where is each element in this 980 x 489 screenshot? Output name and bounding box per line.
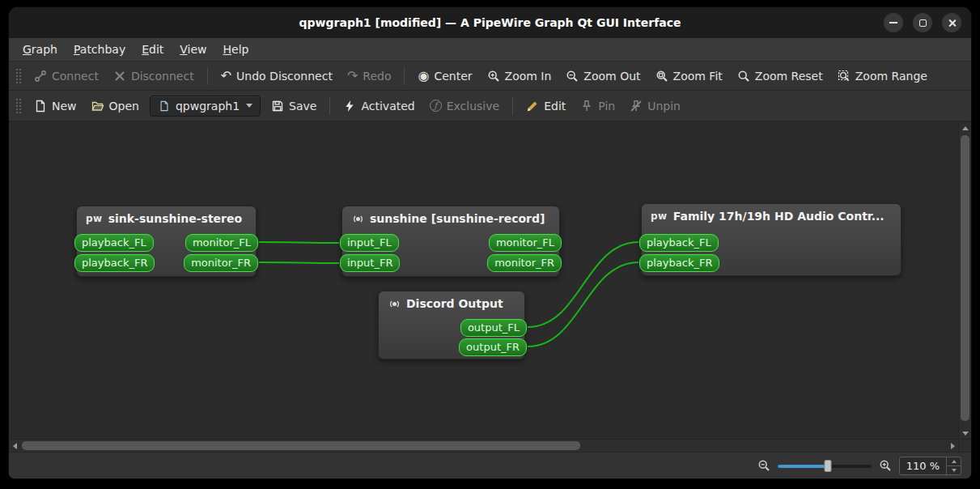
center-button[interactable]: ◉ Center <box>410 66 479 87</box>
arrow-left-icon <box>13 443 17 449</box>
toolbar-patchbay: New Open qpwgraph1 Save Act <box>9 91 971 121</box>
scroll-left-arrow[interactable] <box>9 440 20 452</box>
port-output[interactable]: output_FR <box>459 338 527 356</box>
toolbar-handle[interactable] <box>15 68 21 84</box>
redo-icon: ↷ <box>347 70 358 83</box>
node-title: sunshine [sunshine-record] <box>342 206 559 228</box>
zoom-reset-button[interactable]: Zoom Reset <box>730 66 830 87</box>
zoom-out-icon[interactable] <box>757 459 770 472</box>
maximize-button[interactable] <box>913 13 932 32</box>
new-file-icon <box>34 100 47 113</box>
graph-canvas[interactable]: pw sink-sunshine-stereo playback_FL play… <box>9 122 958 439</box>
zoom-slider[interactable] <box>778 460 872 472</box>
disconnect-button[interactable]: Disconnect <box>106 66 202 87</box>
port-input[interactable]: playback_FL <box>639 234 719 252</box>
zoom-in-button[interactable]: Zoom In <box>480 66 559 87</box>
scroll-up-arrow[interactable] <box>959 122 972 134</box>
port-output[interactable]: output_FL <box>460 319 527 337</box>
toolbar-separator <box>207 67 208 85</box>
pipewire-icon: pw <box>651 210 668 222</box>
pin-icon <box>580 100 593 113</box>
zoom-fit-button[interactable]: Zoom Fit <box>648 66 730 87</box>
maximize-icon <box>919 19 927 27</box>
arrow-up-icon <box>952 460 957 463</box>
port-input[interactable]: input_FR <box>340 254 400 272</box>
save-button[interactable]: Save <box>264 96 324 117</box>
open-folder-icon <box>91 100 104 113</box>
save-icon <box>271 100 284 113</box>
scroll-right-arrow[interactable] <box>947 440 958 452</box>
scroll-down-arrow[interactable] <box>959 427 972 439</box>
port-output[interactable]: monitor_FR <box>487 254 562 272</box>
vertical-scrollbar-thumb[interactable] <box>961 135 969 421</box>
menu-help[interactable]: Help <box>216 40 257 58</box>
port-input[interactable]: playback_FR <box>639 254 719 272</box>
zoom-spinbox[interactable]: 110 % <box>899 457 961 475</box>
connection-edges <box>9 122 958 439</box>
connection-edge[interactable] <box>259 242 339 243</box>
connection-edge[interactable] <box>259 262 339 263</box>
edit-button[interactable]: Edit <box>519 96 573 117</box>
graph-node-sink-sunshine-stereo[interactable]: pw sink-sunshine-stereo playback_FL play… <box>76 206 257 277</box>
graph-node-family-audio-controller[interactable]: pw Family 17h/19h HD Audio Contr... play… <box>641 203 902 276</box>
port-input[interactable]: input_FL <box>340 234 399 252</box>
app-window: qpwgraph1 [modified] — A PipeWire Graph … <box>8 6 972 479</box>
minimize-button[interactable] <box>884 13 903 32</box>
arrow-down-icon <box>962 432 969 436</box>
connect-button[interactable]: Connect <box>27 66 106 87</box>
graph-node-discord-output[interactable]: Discord Output output_FL output_FR <box>378 291 525 359</box>
graph-node-sunshine[interactable]: sunshine [sunshine-record] input_FL inpu… <box>342 206 560 277</box>
arrow-right-icon <box>951 443 955 449</box>
menu-graph[interactable]: Graph <box>15 40 65 58</box>
zoom-reset-icon <box>737 70 750 83</box>
zoom-slider-fill <box>778 465 829 468</box>
zoom-slider-handle[interactable] <box>825 460 832 472</box>
port-output[interactable]: monitor_FR <box>184 254 258 272</box>
connect-icon <box>34 70 47 83</box>
menu-patchbay[interactable]: Patchbay <box>66 40 133 58</box>
toolbar-graph: Connect Disconnect ↶ Undo Disconnect ↷ R… <box>9 62 971 91</box>
lightning-icon <box>343 100 356 113</box>
speaker-icon <box>351 212 364 225</box>
exclusive-toggle[interactable]: ƒ Exclusive <box>422 96 507 117</box>
zoom-range-button[interactable]: Zoom Range <box>830 66 935 87</box>
port-output[interactable]: monitor_FL <box>489 234 562 252</box>
window-title: qpwgraph1 [modified] — A PipeWire Graph … <box>299 16 681 29</box>
patchbay-select[interactable]: qpwgraph1 <box>150 96 261 117</box>
unpin-button[interactable]: Unpin <box>622 96 688 117</box>
arrow-up-icon <box>962 126 969 130</box>
toolbar-handle[interactable] <box>15 98 21 114</box>
horizontal-scrollbar-thumb[interactable] <box>22 441 580 450</box>
vertical-scrollbar[interactable] <box>958 122 971 439</box>
port-input[interactable]: playback_FL <box>74 234 154 252</box>
toolbar-separator <box>329 97 330 115</box>
horizontal-scrollbar[interactable] <box>9 440 958 452</box>
center-icon: ◉ <box>418 70 429 83</box>
new-button[interactable]: New <box>27 96 84 117</box>
zoom-value: 110 % <box>900 457 946 474</box>
open-button[interactable]: Open <box>84 96 146 117</box>
redo-button[interactable]: ↷ Redo <box>340 66 399 87</box>
menu-edit[interactable]: Edit <box>134 40 171 58</box>
canvas-row: pw sink-sunshine-stereo playback_FL play… <box>9 121 971 439</box>
spin-buttons <box>946 457 961 474</box>
close-icon <box>948 19 957 28</box>
menu-view[interactable]: View <box>172 40 214 58</box>
pin-button[interactable]: Pin <box>573 96 622 117</box>
statusbar: 110 % <box>9 452 971 478</box>
arrow-down-icon <box>952 469 957 472</box>
undo-disconnect-button[interactable]: ↶ Undo Disconnect <box>214 66 340 87</box>
close-button[interactable] <box>942 13 961 32</box>
port-output[interactable]: monitor_FL <box>185 234 258 252</box>
activated-toggle[interactable]: Activated <box>336 96 422 117</box>
zoom-range-icon <box>838 70 851 83</box>
zoom-spin-down-button[interactable] <box>947 466 961 474</box>
disconnect-icon <box>113 70 126 83</box>
patchbay-select-value: qpwgraph1 <box>176 100 240 113</box>
port-input[interactable]: playback_FR <box>74 254 155 272</box>
zoom-spin-up-button[interactable] <box>947 457 961 466</box>
zoom-out-button[interactable]: Zoom Out <box>558 66 647 87</box>
titlebar[interactable]: qpwgraph1 [modified] — A PipeWire Graph … <box>9 7 971 38</box>
toolbar-separator <box>512 97 513 115</box>
zoom-in-icon[interactable] <box>879 459 892 472</box>
